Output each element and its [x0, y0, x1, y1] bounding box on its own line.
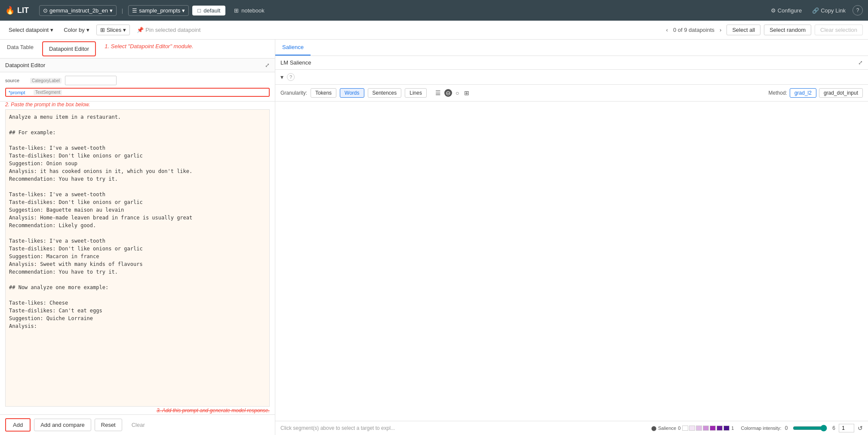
status-bar: Click segment(s) above to select a targe… — [275, 421, 868, 435]
colormap-slider[interactable] — [793, 425, 827, 432]
dataset-name: sample_prompts — [139, 7, 180, 14]
select-datapoint-dropdown-icon: ▾ — [50, 27, 53, 33]
slices-button[interactable]: ⊞ Slices ▾ — [96, 25, 130, 35]
dataset-dropdown-icon: ▾ — [182, 7, 185, 14]
panel-title: Datapoint Editor — [5, 62, 45, 68]
salience-icon: ⬤ — [651, 426, 656, 431]
datapoints-count: 0 of 9 datapoints — [673, 27, 714, 33]
salience-label: Salience — [658, 426, 676, 431]
pin-button[interactable]: 📌 Pin selected datapoint — [133, 25, 204, 35]
datapoint-editor-panel-header: Datapoint Editor ⤢ — [0, 59, 275, 72]
left-panel: Data Table Datapoint Editor 1. Select "D… — [0, 40, 275, 435]
words-button[interactable]: Words — [340, 88, 364, 98]
select-random-label: Select random — [770, 27, 806, 33]
granularity-label: Granularity: — [280, 90, 307, 96]
slices-icon: ⊞ — [100, 27, 105, 33]
color-by-button[interactable]: Color by ▾ — [60, 25, 92, 35]
lines-button[interactable]: Lines — [405, 88, 427, 98]
scale-box-6 — [717, 426, 723, 431]
method-row: Method: grad_l2 grad_dot_input — [769, 88, 863, 98]
help-icon-text: ? — [289, 74, 292, 80]
clear-button[interactable]: Clear — [126, 419, 151, 431]
sentences-label: Sentences — [372, 90, 397, 96]
app-title: LIT — [17, 6, 29, 15]
salience-controls: ▾ ? — [275, 70, 868, 85]
slices-label: Slices — [107, 27, 122, 33]
colormap-max: 6 — [832, 425, 835, 431]
salience-dropdown-icon[interactable]: ▾ — [280, 74, 283, 80]
default-tab-icon: □ — [197, 7, 201, 14]
scale-box-7 — [723, 426, 729, 431]
notebook-tab-label: notebook — [241, 7, 265, 14]
colormap-label: Colormap intensity: — [741, 426, 781, 431]
scale-box-3 — [696, 426, 702, 431]
source-type-badge: CategoryLabel — [30, 78, 62, 83]
instruction-1: 1. Select "Datapoint Editor" module. — [98, 40, 200, 58]
scale-boxes — [682, 426, 729, 431]
prev-datapoint-button[interactable]: ‹ — [665, 26, 670, 34]
prompt-textarea[interactable]: Analyze a menu item in a restaurant. ## … — [5, 109, 270, 407]
reset-button[interactable]: Reset — [95, 419, 122, 431]
default-tab-label: default — [203, 7, 220, 14]
source-field-input[interactable] — [65, 76, 117, 85]
copy-link-button[interactable]: 🔗 Copy Link — [809, 6, 849, 15]
list-view-icon[interactable]: ☰ — [434, 89, 443, 97]
left-tab-bar: Data Table Datapoint Editor 1. Select "D… — [0, 40, 275, 59]
words-label: Words — [345, 90, 359, 96]
instruction-1-text: 1. Select "Datapoint Editor" module. — [105, 43, 194, 49]
model-selector[interactable]: ⊙ gemma_instruct_2b_en ▾ — [39, 5, 117, 16]
right-tab-bar: Salience — [275, 40, 868, 56]
circle-view-icon[interactable]: ⊖ — [444, 89, 452, 97]
model-icon: ⊙ — [43, 7, 48, 14]
prompt-field-row: *prompt TextSegment — [5, 88, 270, 97]
grad-dot-input-button[interactable]: grad_dot_input — [819, 88, 863, 98]
instruction-2: 2. Paste the prompt in the box below. — [0, 102, 275, 109]
salience-help-icon[interactable]: ? — [287, 73, 295, 81]
toggle-view-icon[interactable]: ○ — [454, 89, 461, 97]
tab-notebook[interactable]: ⊞ notebook — [229, 6, 270, 15]
configure-button[interactable]: ⚙ Configure — [767, 6, 805, 15]
add-compare-label: Add and compare — [40, 422, 85, 428]
salience-tab-label: Salience — [282, 44, 304, 50]
grad-l2-button[interactable]: grad_l2 — [790, 88, 816, 98]
separator: | — [122, 7, 123, 14]
data-table-tab-label: Data Table — [7, 44, 34, 50]
refresh-icon[interactable]: ↺ — [858, 425, 863, 432]
expand-icon[interactable]: ⤢ — [265, 62, 270, 68]
spinner-input[interactable] — [839, 424, 854, 432]
link-icon: 🔗 — [812, 7, 819, 14]
scale-box-5 — [710, 426, 716, 431]
salience-min: 0 — [678, 426, 680, 431]
tab-default[interactable]: □ default — [192, 6, 225, 15]
view-icons: ☰ ⊖ ○ ⊞ — [434, 89, 471, 97]
lm-salience-expand-icon[interactable]: ⤢ — [858, 59, 863, 66]
sentences-button[interactable]: Sentences — [368, 88, 402, 98]
clear-selection-button[interactable]: Clear selection — [815, 25, 863, 35]
app-header: 🔥 LIT ⊙ gemma_instruct_2b_en ▾ | ☰ sampl… — [0, 0, 868, 21]
add-label: Add — [13, 422, 23, 428]
pin-label: Pin selected datapoint — [145, 27, 200, 33]
flame-icon: 🔥 — [5, 6, 15, 15]
grad-dot-input-label: grad_dot_input — [824, 90, 858, 96]
select-datapoint-button[interactable]: Select datapoint ▾ — [5, 25, 57, 35]
color-by-label: Color by — [64, 27, 84, 33]
source-field-label: source — [5, 78, 27, 83]
next-datapoint-button[interactable]: › — [718, 26, 723, 34]
add-button[interactable]: Add — [5, 418, 31, 432]
instruction-3: 3. Add this prompt and generate model re… — [0, 407, 275, 414]
source-field-row: source CategoryLabel — [5, 76, 270, 85]
grid-view-icon[interactable]: ⊞ — [462, 89, 471, 97]
model-name: gemma_instruct_2b_en — [49, 7, 108, 14]
tab-salience[interactable]: Salience — [275, 40, 311, 56]
add-compare-button[interactable]: Add and compare — [34, 419, 91, 431]
model-dropdown-icon: ▾ — [110, 7, 113, 14]
dataset-selector[interactable]: ☰ sample_prompts ▾ — [128, 5, 189, 16]
datapoint-editor-tab-label: Datapoint Editor — [49, 46, 89, 52]
select-random-button[interactable]: Select random — [764, 25, 811, 35]
help-button[interactable]: ? — [853, 5, 863, 15]
tab-data-table[interactable]: Data Table — [0, 40, 40, 58]
colormap-min: 0 — [785, 425, 788, 431]
tab-datapoint-editor[interactable]: Datapoint Editor — [42, 41, 96, 56]
select-all-button[interactable]: Select all — [726, 25, 760, 35]
tokens-button[interactable]: Tokens — [311, 88, 336, 98]
